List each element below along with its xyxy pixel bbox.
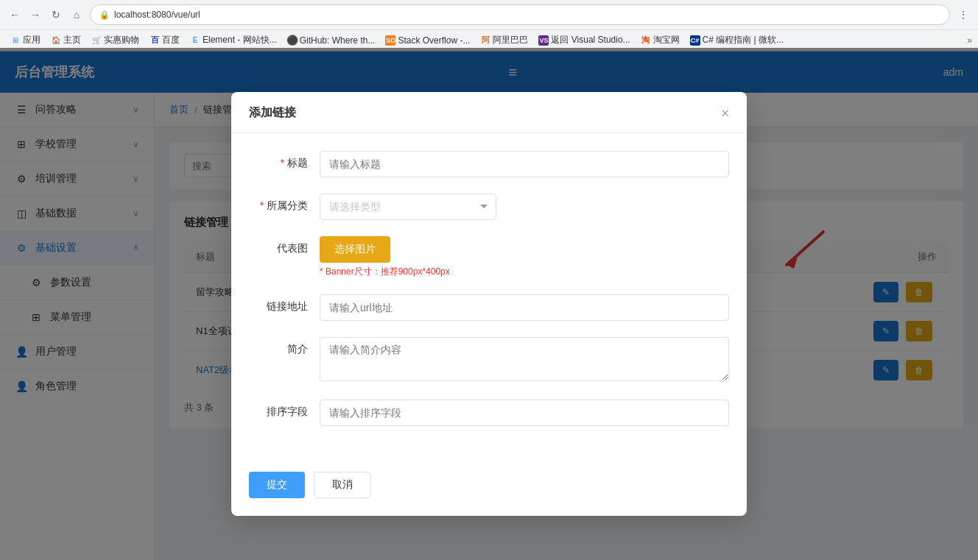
forward-button[interactable]: → bbox=[27, 6, 44, 24]
form-row-intro: 简介 bbox=[249, 337, 729, 383]
bookmark-alibaba[interactable]: 阿 阿里巴巴 bbox=[476, 32, 532, 48]
sort-input[interactable] bbox=[320, 400, 729, 426]
bookmarks-more[interactable]: » bbox=[967, 35, 972, 46]
github-icon: ⚫ bbox=[287, 35, 298, 46]
modal-overlay: 添加链接 × 标题 所属分类 请选择类型 类型A 类型B 类型C bbox=[0, 48, 978, 560]
bookmark-csharp[interactable]: C# C# 编程指南 | 微软... bbox=[686, 32, 788, 48]
home-button[interactable]: ⌂ bbox=[68, 6, 85, 24]
image-label: 代表图 bbox=[249, 236, 308, 255]
bookmark-apps[interactable]: ⊞ 应用 bbox=[6, 32, 45, 48]
bookmark-alibaba-label: 阿里巴巴 bbox=[493, 34, 528, 46]
title-label: 标题 bbox=[249, 151, 308, 170]
intro-control bbox=[320, 337, 729, 383]
submit-button[interactable]: 提交 bbox=[249, 472, 305, 498]
add-link-modal: 添加链接 × 标题 所属分类 请选择类型 类型A 类型B 类型C bbox=[231, 92, 747, 516]
image-control: 选择图片 * Banner尺寸：推荐900px*400px bbox=[320, 236, 729, 278]
cancel-button[interactable]: 取消 bbox=[314, 472, 371, 498]
bookmark-stackoverflow-label: Stack Overflow -... bbox=[398, 35, 470, 46]
url-label: 链接地址 bbox=[249, 294, 308, 313]
lock-icon: 🔒 bbox=[99, 10, 110, 20]
bookmark-stackoverflow[interactable]: SO Stack Overflow -... bbox=[381, 34, 474, 47]
extensions-button[interactable]: ⋮ bbox=[954, 6, 972, 24]
form-row-url: 链接地址 bbox=[249, 294, 729, 321]
bookmark-csharp-label: C# 编程指南 | 微软... bbox=[703, 34, 784, 46]
bookmark-home-label: 主页 bbox=[63, 34, 81, 46]
bookmark-taobao-label: 淘宝网 bbox=[653, 34, 680, 46]
apps-icon: ⊞ bbox=[10, 35, 21, 46]
bookmark-taobao[interactable]: 淘 淘宝网 bbox=[636, 32, 684, 48]
sort-control bbox=[320, 400, 729, 426]
category-label: 所属分类 bbox=[249, 194, 308, 213]
category-select[interactable]: 请选择类型 类型A 类型B 类型C bbox=[320, 194, 496, 220]
modal-body: 标题 所属分类 请选择类型 类型A 类型B 类型C bbox=[231, 133, 747, 460]
form-row-title: 标题 bbox=[249, 151, 729, 177]
back-button[interactable]: ← bbox=[6, 6, 24, 24]
bookmark-shopping-label: 实惠购物 bbox=[104, 34, 139, 46]
stackoverflow-icon: SO bbox=[385, 35, 395, 46]
intro-label: 简介 bbox=[249, 337, 308, 356]
image-hint: * Banner尺寸：推荐900px*400px bbox=[320, 266, 729, 278]
sort-label: 排序字段 bbox=[249, 400, 308, 419]
alibaba-icon: 阿 bbox=[480, 35, 490, 46]
url-text: localhost:8080/vue/url bbox=[114, 10, 200, 20]
modal-title: 添加链接 bbox=[249, 105, 296, 121]
title-input[interactable] bbox=[320, 151, 729, 177]
bookmark-apps-label: 应用 bbox=[23, 34, 41, 46]
bookmark-element-label: Element - 网站快... bbox=[203, 34, 277, 46]
browser-toolbar: ← → ↻ ⌂ 🔒 localhost:8080/vue/url ⋮ bbox=[0, 0, 978, 30]
url-input[interactable] bbox=[320, 294, 729, 321]
bookmark-shopping[interactable]: 🛒 实惠购物 bbox=[87, 32, 144, 48]
home-bookmark-icon: 🏠 bbox=[51, 35, 61, 46]
url-control bbox=[320, 294, 729, 321]
nav-buttons: ← → ↻ ⌂ bbox=[6, 6, 85, 24]
intro-textarea[interactable] bbox=[320, 337, 729, 381]
taobao-icon: 淘 bbox=[641, 35, 651, 46]
bookmark-github-label: GitHub: Where th... bbox=[300, 35, 376, 46]
bookmark-home[interactable]: 🏠 主页 bbox=[46, 32, 85, 48]
bookmark-baidu-label: 百度 bbox=[162, 34, 180, 46]
vs-icon: VS bbox=[538, 35, 549, 46]
form-row-image: 代表图 选择图片 * Banner尺寸：推荐900px*400px bbox=[249, 236, 729, 278]
choose-image-button[interactable]: 选择图片 bbox=[320, 236, 390, 263]
csharp-icon: C# bbox=[690, 35, 700, 46]
title-control bbox=[320, 151, 729, 177]
bookmark-element[interactable]: E Element - 网站快... bbox=[186, 32, 281, 48]
baidu-icon: 百 bbox=[149, 35, 160, 46]
bookmark-github[interactable]: ⚫ GitHub: Where th... bbox=[283, 34, 380, 47]
shopping-icon: 🛒 bbox=[91, 35, 102, 46]
modal-header: 添加链接 × bbox=[231, 92, 747, 133]
bookmark-baidu[interactable]: 百 百度 bbox=[145, 32, 184, 48]
bookmark-vs[interactable]: VS 返回 Visual Studio... bbox=[534, 32, 634, 48]
element-icon: E bbox=[190, 35, 200, 46]
bookmark-vs-label: 返回 Visual Studio... bbox=[551, 34, 630, 46]
modal-footer: 提交 取消 bbox=[231, 460, 747, 516]
modal-close-button[interactable]: × bbox=[721, 107, 729, 120]
address-bar[interactable]: 🔒 localhost:8080/vue/url bbox=[90, 4, 950, 25]
form-row-category: 所属分类 请选择类型 类型A 类型B 类型C bbox=[249, 194, 729, 220]
refresh-button[interactable]: ↻ bbox=[47, 6, 65, 24]
category-control: 请选择类型 类型A 类型B 类型C bbox=[320, 194, 729, 220]
form-row-sort: 排序字段 bbox=[249, 400, 729, 426]
